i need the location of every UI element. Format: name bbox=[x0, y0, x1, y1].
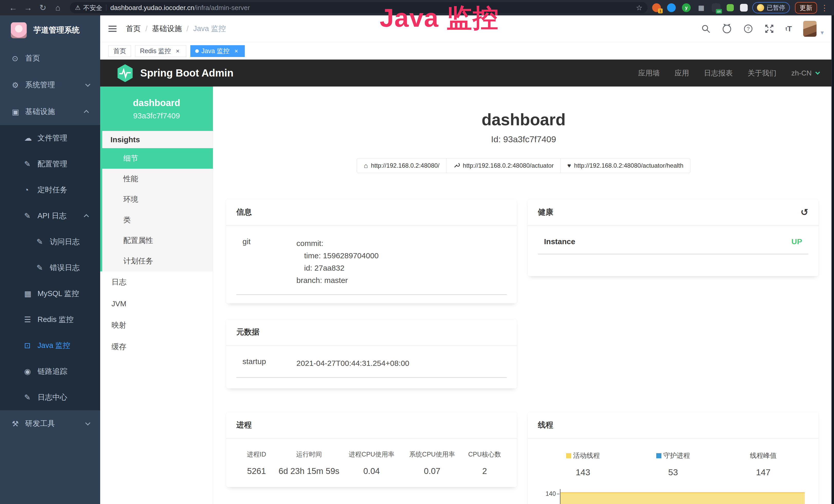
layers-icon: ☰ bbox=[24, 315, 38, 324]
tag-java-monitor[interactable]: Java 监控 × bbox=[190, 45, 245, 57]
service-url-button[interactable]: ⌂ http://192.168.0.2:48080/ bbox=[357, 158, 446, 173]
extension-orange-icon[interactable]: 1 bbox=[652, 3, 661, 12]
sidebar-item-config-mgmt[interactable]: ✎ 配置管理 bbox=[0, 151, 100, 177]
search-icon[interactable] bbox=[701, 24, 710, 33]
sba-item-logfile[interactable]: 日志 bbox=[100, 271, 213, 293]
column-value: 0.07 bbox=[402, 466, 462, 476]
annotation-overlay-text: Java 监控 bbox=[380, 1, 499, 36]
security-warning-icon[interactable]: ⚠ bbox=[75, 4, 81, 11]
sba-item-scheduled-tasks[interactable]: 计划任务 bbox=[102, 251, 213, 271]
process-card: 进程 进程ID 5261 运行时间 6d 23h 15m 59s 进程CPU使用… bbox=[226, 412, 517, 487]
sba-item-caches[interactable]: 缓存 bbox=[100, 336, 213, 358]
legend-label: 守护进程 bbox=[663, 451, 690, 460]
bookmark-star-icon[interactable]: ☆ bbox=[636, 4, 642, 12]
info-value: commit: time: 1596289704000 id: 27aa832 … bbox=[297, 237, 501, 287]
history-icon[interactable]: ↺ bbox=[800, 208, 808, 217]
url-path: /infra/admin-server bbox=[194, 4, 250, 12]
forward-icon[interactable]: → bbox=[21, 3, 36, 13]
breadcrumb-home[interactable]: 首页 bbox=[126, 24, 141, 34]
app-logo-row[interactable]: 芋道管理系统 bbox=[0, 16, 100, 45]
chevron-down-icon bbox=[815, 70, 820, 74]
extension-y-icon[interactable]: y bbox=[682, 3, 691, 12]
hamburger-icon[interactable] bbox=[108, 25, 117, 33]
sba-item-jvm[interactable]: JVM bbox=[100, 293, 213, 315]
sidebar-item-infrastructure[interactable]: ▣ 基础设施 bbox=[0, 98, 100, 125]
sba-brand[interactable]: Spring Boot Admin bbox=[117, 64, 234, 83]
info-key: git bbox=[242, 237, 297, 287]
extension-grid-icon[interactable]: ▦ bbox=[697, 3, 706, 12]
home-icon[interactable]: ⌂ bbox=[50, 3, 65, 13]
window-scrollbar[interactable] bbox=[831, 16, 834, 504]
sba-item-environment[interactable]: 环境 bbox=[102, 189, 213, 210]
sidebar-item-tracing[interactable]: ◉ 链路追踪 bbox=[0, 359, 100, 384]
update-button[interactable]: 更新 bbox=[795, 2, 817, 14]
github-icon[interactable] bbox=[722, 24, 732, 33]
caret-down-icon[interactable]: ▾ bbox=[821, 29, 824, 36]
sidebar-item-api-logs[interactable]: ✎ API 日志 bbox=[0, 203, 100, 229]
column-header: 运行时间 bbox=[277, 450, 341, 459]
fullscreen-icon[interactable] bbox=[764, 24, 774, 33]
actuator-url-button[interactable]: http://192.168.0.2:48080/actuator bbox=[446, 158, 561, 173]
sidebar-item-label: 链路追踪 bbox=[38, 366, 100, 377]
reload-icon[interactable]: ↻ bbox=[36, 3, 50, 13]
extension-dark-icon[interactable]: on bbox=[712, 3, 721, 12]
sba-locale-select[interactable]: zh-CN bbox=[791, 69, 818, 77]
close-icon[interactable]: × bbox=[233, 47, 240, 55]
sba-nav-applications[interactable]: 应用 bbox=[675, 68, 689, 78]
breadcrumb-infrastructure[interactable]: 基础设施 bbox=[152, 24, 182, 34]
extension-puzzle-icon[interactable] bbox=[740, 4, 748, 12]
sba-nav-about[interactable]: 关于我们 bbox=[748, 68, 776, 78]
column-value: 2 bbox=[462, 466, 507, 476]
sidebar-item-system-mgmt[interactable]: ⚙ 系统管理 bbox=[0, 72, 100, 98]
sba-item-details[interactable]: 细节 bbox=[102, 148, 213, 169]
column-value: 6d 23h 15m 59s bbox=[277, 466, 341, 476]
sidebar-item-access-logs[interactable]: ✎ 访问日志 bbox=[0, 229, 100, 255]
sba-nav-wallboard[interactable]: 应用墙 bbox=[638, 68, 660, 78]
back-icon[interactable]: ← bbox=[6, 3, 21, 13]
system-cpu-column: 系统CPU使用率 0.07 bbox=[402, 450, 462, 476]
help-icon[interactable]: ? bbox=[743, 24, 753, 33]
chevron-down-icon bbox=[85, 82, 90, 87]
tag-redis-monitor[interactable]: Redis 监控 × bbox=[135, 45, 186, 57]
monitor-icon: ⊡ bbox=[24, 341, 38, 350]
sba-item-mappings[interactable]: 映射 bbox=[100, 315, 213, 336]
cloud-upload-icon: ☁ bbox=[24, 134, 38, 142]
git-id-line: id: 27aa832 bbox=[297, 262, 501, 274]
sidebar-item-scheduled-jobs[interactable]: ◔ 定时任务 bbox=[0, 177, 100, 203]
gear-icon: ⚙ bbox=[12, 81, 25, 90]
health-url-button[interactable]: ♥ http://192.168.0.2:48080/actuator/heal… bbox=[561, 158, 690, 173]
sidebar-item-dev-tools[interactable]: ⚒ 研发工具 bbox=[0, 410, 100, 437]
sidebar-item-error-logs[interactable]: ✎ 错误日志 bbox=[0, 255, 100, 281]
profile-paused-badge[interactable]: 已暂停 bbox=[752, 2, 790, 13]
sba-item-metrics[interactable]: 性能 bbox=[102, 169, 213, 189]
sidebar-item-log-center[interactable]: ✎ 日志中心 bbox=[0, 384, 100, 410]
extension-leaf-icon[interactable] bbox=[727, 4, 734, 11]
app-title: 芋道管理系统 bbox=[34, 25, 80, 36]
sba-nav-journal[interactable]: 日志报表 bbox=[704, 68, 733, 78]
sidebar-item-home[interactable]: ⊙ 首页 bbox=[0, 45, 100, 72]
browser-menu-icon[interactable]: ⋮ bbox=[821, 3, 828, 12]
metadata-key: startup bbox=[242, 357, 297, 369]
sba-item-config-props[interactable]: 配置属性 bbox=[102, 230, 213, 251]
font-size-icon[interactable]: tT bbox=[786, 24, 792, 33]
sidebar-item-mysql-monitor[interactable]: ▦ MySQL 监控 bbox=[0, 281, 100, 306]
metadata-card: 元数据 startup 2021-04-27T00:44:31.254+08:0… bbox=[226, 319, 517, 388]
close-icon[interactable]: × bbox=[174, 47, 181, 55]
sidebar-item-java-monitor[interactable]: ⊡ Java 监控 bbox=[0, 333, 100, 359]
breadcrumb: 首页 / 基础设施 / Java 监控 bbox=[126, 24, 226, 34]
metadata-card-title: 元数据 bbox=[226, 319, 517, 345]
tag-home[interactable]: 首页 bbox=[108, 45, 131, 57]
column-header: 进程CPU使用率 bbox=[342, 450, 402, 459]
column-value: 0.04 bbox=[342, 466, 402, 476]
y-tick: 140 bbox=[546, 490, 556, 497]
sidebar-item-file-mgmt[interactable]: ☁ 文件管理 bbox=[0, 125, 100, 151]
breadcrumb-separator: / bbox=[186, 25, 189, 33]
address-bar[interactable]: ⚠ 不安全 dashboard.yudao.iocoder.cn /infra/… bbox=[70, 2, 648, 13]
sba-item-classes[interactable]: 类 bbox=[102, 210, 213, 230]
instance-header[interactable]: dashboard 93a3fc7f7409 bbox=[100, 87, 213, 131]
sidebar-item-redis-monitor[interactable]: ☰ Redis 监控 bbox=[0, 306, 100, 333]
avatar[interactable] bbox=[803, 21, 816, 37]
extension-pin-icon[interactable] bbox=[667, 3, 676, 12]
info-card-title: 信息 bbox=[226, 199, 517, 225]
log-icon: ✎ bbox=[37, 263, 50, 272]
